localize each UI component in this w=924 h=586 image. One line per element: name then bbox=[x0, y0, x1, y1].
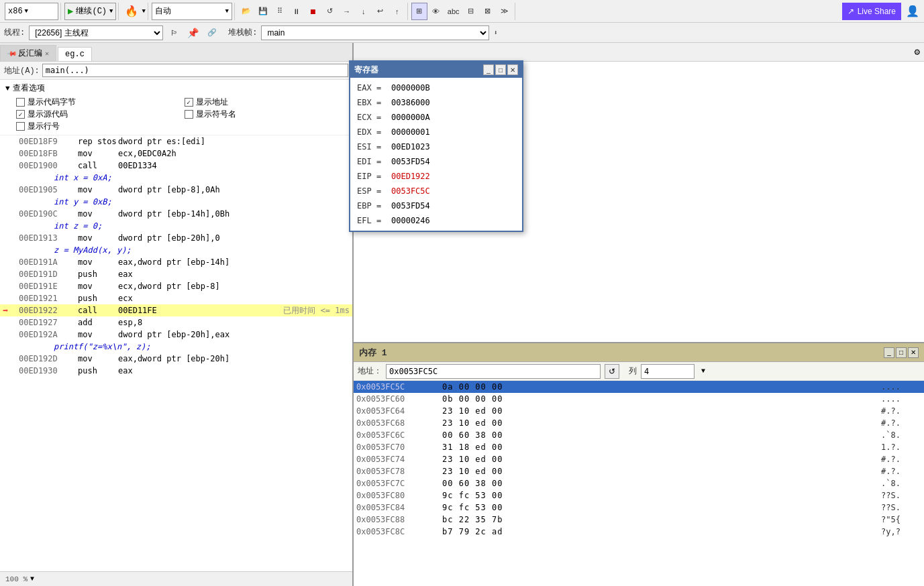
disasm-line[interactable]: 00ED1921pushecx bbox=[0, 292, 352, 304]
zoom-expand-icon[interactable]: ▼ bbox=[30, 575, 34, 583]
memory-row[interactable]: 0x0053FC6423 10 ed 00#.?. bbox=[354, 405, 924, 417]
disasm-line[interactable]: int x = 0xA; bbox=[0, 172, 352, 184]
tab-source[interactable]: eg.c bbox=[58, 47, 92, 61]
auto-dropdown[interactable]: 自动 ▼ bbox=[152, 3, 232, 20]
mem-row-hex: 23 10 ed 00 bbox=[437, 418, 876, 428]
memory-row[interactable]: 0x0053FC7C00 60 38 00.`8. bbox=[354, 477, 924, 489]
disasm-line[interactable]: printf("z=%x\n", z); bbox=[0, 341, 352, 353]
register-row[interactable]: ESI =00ED1023 bbox=[356, 139, 517, 154]
options-header[interactable]: ▼ 查看选项 bbox=[5, 82, 347, 94]
register-row[interactable]: EAX =0000000B bbox=[356, 80, 517, 95]
memory-row[interactable]: 0x0053FC6C00 60 38 00.`8. bbox=[354, 429, 924, 441]
thread-dropdown[interactable]: [22656] 主线程 bbox=[29, 25, 163, 40]
more-button[interactable]: ≫ bbox=[497, 3, 513, 20]
disasm-line[interactable]: int z = 0; bbox=[0, 220, 352, 232]
mem-addr-input[interactable] bbox=[386, 364, 601, 379]
breakpoints-button[interactable]: ⊞ bbox=[411, 3, 427, 20]
disasm-line[interactable]: 00ED1913movdword ptr [ebp-20h],0 bbox=[0, 232, 352, 244]
account-icon[interactable]: 👤 bbox=[906, 5, 919, 18]
pause-button[interactable]: ⏸ bbox=[289, 3, 305, 20]
register-row[interactable]: ESP =0053FC5C bbox=[356, 184, 517, 198]
disasm-line[interactable]: 00ED1930pusheax bbox=[0, 365, 352, 377]
mem-refresh-btn[interactable]: ↺ bbox=[605, 364, 619, 379]
option-symbol-check[interactable] bbox=[185, 110, 193, 119]
disasm-line[interactable]: 00ED1900call00ED1334 bbox=[0, 160, 352, 172]
reg-name: EFL = bbox=[357, 216, 387, 225]
reg-titlebar[interactable]: 寄存器 _ □ ✕ bbox=[350, 62, 522, 78]
reg-restore-btn[interactable]: □ bbox=[495, 64, 506, 75]
register-row[interactable]: EFL =00000246 bbox=[356, 213, 517, 228]
step-over-button[interactable]: → bbox=[339, 3, 355, 20]
register-row[interactable]: ECX =0000000A bbox=[356, 110, 517, 125]
mem-col-input[interactable] bbox=[641, 364, 695, 379]
register-row[interactable]: EIP =00ED1922 bbox=[356, 169, 517, 184]
disasm-line[interactable]: 00ED18FBmovecx,0EDC0A2h bbox=[0, 148, 352, 160]
disasm-line[interactable]: 00ED191Amoveax,dword ptr [ebp-14h] bbox=[0, 256, 352, 268]
register-row[interactable]: EDX =00000001 bbox=[356, 125, 517, 139]
disasm-line[interactable]: 00ED18F9rep stosdword ptr es:[edi] bbox=[0, 135, 352, 148]
stack-dropdown[interactable]: main bbox=[261, 25, 489, 40]
mem-col-chevron[interactable]: ▼ bbox=[701, 367, 705, 375]
disasm-line[interactable]: 00ED191Emovecx,dword ptr [ebp-8] bbox=[0, 280, 352, 292]
memory-row[interactable]: 0x0053FC7031 18 ed 001.?. bbox=[354, 441, 924, 453]
tab-disasm[interactable]: 📌 反汇编 ✕ bbox=[0, 45, 56, 61]
tab-close-disasm[interactable]: ✕ bbox=[45, 50, 49, 58]
restart-button[interactable]: 🔥 bbox=[122, 3, 141, 20]
memory-row[interactable]: 0x0053FC849c fc 53 00??S. bbox=[354, 502, 924, 514]
stop-button[interactable]: ⏹ bbox=[305, 3, 321, 20]
option-codebytes-label: 显示代码字节 bbox=[28, 97, 76, 108]
register-row[interactable]: EBP =0053FD54 bbox=[356, 198, 517, 213]
option-addr-check[interactable] bbox=[185, 98, 193, 107]
option-source-check[interactable] bbox=[16, 110, 25, 119]
thread-link-btn[interactable]: 🔗 bbox=[204, 24, 220, 42]
disasm-line[interactable]: 00ED1927addesp,8 bbox=[0, 316, 352, 329]
memory-row[interactable]: 0x0053FC809c fc 53 00??S. bbox=[354, 489, 924, 502]
mem-close-btn[interactable]: ✕ bbox=[908, 347, 919, 358]
memory-content[interactable]: 0x0053FC5C0a 00 00 00....0x0053FC600b 00… bbox=[354, 381, 924, 586]
disasm-line[interactable]: 00ED1905movdword ptr [ebp-8],0Ah bbox=[0, 184, 352, 196]
addr-input[interactable] bbox=[42, 64, 348, 77]
disasm-line[interactable]: 00ED190Cmovdword ptr [ebp-14h],0Bh bbox=[0, 208, 352, 220]
mem-restore-btn[interactable]: □ bbox=[896, 347, 907, 358]
disasm-line[interactable]: 00ED192Dmoveax,dword ptr [ebp-20h] bbox=[0, 353, 352, 365]
split-button[interactable]: ⊠ bbox=[480, 3, 496, 20]
register-row[interactable]: EDI =0053FD54 bbox=[356, 154, 517, 169]
step-back-button[interactable]: ↑ bbox=[389, 3, 405, 20]
disasm-line[interactable]: z = MyAdd(x, y); bbox=[0, 244, 352, 256]
option-lineno-check[interactable] bbox=[16, 122, 25, 131]
continue-button[interactable]: ▶ 继续(C) ▼ bbox=[64, 3, 116, 20]
disasm-line[interactable]: 00ED191Dpusheax bbox=[0, 268, 352, 280]
live-share-button[interactable]: ↗ Live Share bbox=[842, 3, 901, 20]
memory-row[interactable]: 0x0053FC88bc 22 35 7b?"5{ bbox=[354, 514, 924, 526]
reg-close-btn[interactable]: ✕ bbox=[507, 64, 518, 75]
expand-stack-btn[interactable]: ⬇ bbox=[492, 27, 499, 38]
debug-dots-button[interactable]: ⠿ bbox=[272, 3, 288, 20]
disasm-content[interactable]: 00ED18F9rep stosdword ptr es:[edi]00ED18… bbox=[0, 135, 352, 571]
settings-gear-icon[interactable]: ⚙ bbox=[915, 46, 920, 58]
step-into-button[interactable]: ↓ bbox=[356, 3, 372, 20]
register-row[interactable]: EBX =00386000 bbox=[356, 95, 517, 110]
mem-minimize-btn[interactable]: _ bbox=[884, 347, 894, 358]
reg-minimize-btn[interactable]: _ bbox=[483, 64, 494, 75]
save-button[interactable]: 💾 bbox=[255, 3, 271, 20]
memory-row[interactable]: 0x0053FC8Cb7 79 2c ad?y,? bbox=[354, 526, 924, 538]
memory-row[interactable]: 0x0053FC7423 10 ed 00#.?. bbox=[354, 453, 924, 465]
memory-row[interactable]: 0x0053FC600b 00 00 00.... bbox=[354, 393, 924, 405]
step-out-button[interactable]: ↩ bbox=[372, 3, 389, 20]
disasm-line[interactable]: ➡00ED1922call00ED11FE已用时间 <= 1ms bbox=[0, 304, 352, 316]
thread-attach-btn[interactable]: 📌 bbox=[185, 24, 201, 42]
fire-chevron[interactable]: ▼ bbox=[142, 8, 145, 15]
thread-flag-btn[interactable]: 🏳 bbox=[166, 26, 182, 40]
arch-dropdown[interactable]: x86 ▼ bbox=[5, 3, 58, 20]
option-codebytes-check[interactable] bbox=[16, 98, 25, 107]
find-button[interactable]: abc bbox=[445, 3, 462, 20]
disasm-line[interactable]: int y = 0xB; bbox=[0, 196, 352, 208]
restart-debug-button[interactable]: ↺ bbox=[322, 3, 338, 20]
layout-button[interactable]: ⊟ bbox=[463, 3, 479, 20]
memory-row[interactable]: 0x0053FC6823 10 ed 00#.?. bbox=[354, 417, 924, 429]
open-file-button[interactable]: 📂 bbox=[238, 3, 254, 20]
memory-row[interactable]: 0x0053FC7823 10 ed 00#.?. bbox=[354, 465, 924, 477]
watch-button[interactable]: 👁 bbox=[428, 3, 444, 20]
disasm-line[interactable]: 00ED192Amovdword ptr [ebp-20h],eax bbox=[0, 329, 352, 341]
memory-row[interactable]: 0x0053FC5C0a 00 00 00.... bbox=[354, 381, 924, 393]
